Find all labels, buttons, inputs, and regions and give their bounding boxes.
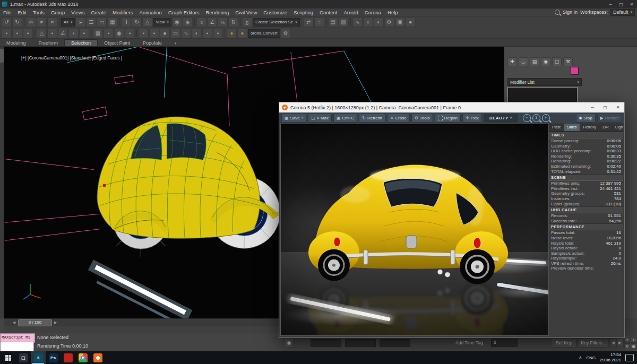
select-by-name-icon[interactable] xyxy=(86,18,96,27)
viewport-layout-tab[interactable] xyxy=(0,49,4,63)
bind-spacewarp-icon[interactable] xyxy=(47,18,57,27)
menu-scripting[interactable]: Scripting xyxy=(290,10,316,15)
tray-language[interactable]: ENG xyxy=(587,356,596,360)
clone-icon[interactable] xyxy=(93,29,103,38)
play-backwards-button[interactable]: ◀ xyxy=(609,339,617,347)
reference-coordsys-dropdown[interactable]: View xyxy=(153,18,171,27)
zoom-in-icon[interactable] xyxy=(542,114,550,122)
menu-civil-view[interactable]: Civil View xyxy=(232,10,260,15)
maximize-viewport-icon[interactable]: ▣ xyxy=(631,343,636,349)
timeline-right-arrow-icon[interactable]: ▶ xyxy=(53,320,58,325)
corona-maximize-button[interactable]: ▢ xyxy=(599,102,612,112)
rect-region-icon[interactable] xyxy=(97,18,107,27)
action-center-icon[interactable] xyxy=(625,354,634,361)
pan-icon[interactable]: ✛ xyxy=(624,337,630,343)
percent-snap-icon[interactable] xyxy=(218,18,228,27)
corona-settings-icon[interactable] xyxy=(281,29,291,38)
select-link-icon[interactable] xyxy=(26,18,36,27)
viewport-label[interactable]: [+] [CoronaCamera001] [Standard] [Edged … xyxy=(21,55,122,60)
menu-group[interactable]: Group xyxy=(48,10,68,15)
add-time-tag[interactable]: Add Time Tag xyxy=(455,340,483,345)
create-tab-icon[interactable] xyxy=(507,57,517,66)
z-coordinate-field[interactable] xyxy=(380,339,410,347)
scatter-icon[interactable] xyxy=(149,29,159,38)
corona-title-bar[interactable]: Corona 5 (Hotfix 2) | 1600×1280px (1:2) … xyxy=(279,102,624,112)
key-filters-button[interactable]: Key Filters... xyxy=(579,338,608,348)
schematic-view-icon[interactable] xyxy=(363,18,373,27)
close-button[interactable] xyxy=(626,0,637,8)
maximize-button[interactable] xyxy=(616,0,626,8)
helpers-icon[interactable] xyxy=(202,29,212,38)
ribbon-tab-modeling[interactable]: Modeling xyxy=(0,40,32,46)
menu-graph-editors[interactable]: Graph Editors xyxy=(165,10,203,15)
zoom-out-icon[interactable] xyxy=(523,114,531,122)
corona-teapot-icon[interactable] xyxy=(227,29,237,38)
use-pivot-icon[interactable] xyxy=(172,18,182,27)
menu-help[interactable]: Help xyxy=(384,10,401,15)
spinner-snap-icon[interactable] xyxy=(228,18,238,27)
selection-filter-dropdown[interactable]: All xyxy=(61,18,75,27)
camera-align-icon[interactable] xyxy=(125,29,135,38)
zoom-100-icon[interactable] xyxy=(532,114,540,122)
render-frame-icon[interactable] xyxy=(395,18,405,27)
edit-named-selections-icon[interactable] xyxy=(242,18,252,27)
corona-tab-lightmix[interactable]: LightMix xyxy=(612,124,623,131)
corona-save-button[interactable]: Save xyxy=(281,114,306,123)
measure-icon[interactable] xyxy=(58,29,68,38)
systems-icon[interactable] xyxy=(213,29,223,38)
x-coordinate-field[interactable] xyxy=(311,339,341,347)
menu-customize[interactable]: Customize xyxy=(260,10,290,15)
snap-toggle-icon[interactable] xyxy=(196,18,206,27)
render-view[interactable] xyxy=(280,124,549,336)
corona-region-button[interactable]: Region xyxy=(435,114,461,123)
ribbon-tab-populate[interactable]: Populate xyxy=(136,40,168,46)
axis-constraints-icon[interactable] xyxy=(12,29,22,38)
select-scale-icon[interactable] xyxy=(142,18,152,27)
corona-max-button[interactable]: > Max xyxy=(308,114,332,123)
ribbon-collapse-icon[interactable] xyxy=(168,40,183,46)
corona-minimize-button[interactable]: ─ xyxy=(586,102,599,112)
angle-snap-icon[interactable] xyxy=(207,18,217,27)
select-object-icon[interactable] xyxy=(75,18,85,27)
corona-erase-button[interactable]: Erase xyxy=(387,114,410,123)
normal-align-icon[interactable] xyxy=(104,29,114,38)
graphite-icon[interactable] xyxy=(37,29,47,38)
taskbar-app-photoshop[interactable]: Ps xyxy=(46,351,61,364)
geometry-icon[interactable] xyxy=(192,29,202,38)
menu-corona[interactable]: Corona xyxy=(361,10,384,15)
taskbar-app-corona[interactable] xyxy=(90,351,105,364)
menu-arnold[interactable]: Arnold xyxy=(340,10,361,15)
current-frame-field[interactable]: 0 xyxy=(491,339,518,347)
space-warp-icon[interactable] xyxy=(139,29,149,38)
mirror-icon[interactable] xyxy=(304,18,314,27)
corona-pick-button[interactable]: Pick xyxy=(462,114,482,123)
workspaces-dropdown[interactable]: Default xyxy=(610,9,635,16)
object-color-swatch[interactable] xyxy=(571,67,579,75)
layer-explorer-icon[interactable] xyxy=(339,18,349,27)
corona-tab-dr[interactable]: DR xyxy=(599,124,612,131)
taskbar-app-3dsmax[interactable]: 3 xyxy=(31,351,46,364)
play-button[interactable]: ▶ xyxy=(616,339,624,347)
menu-modifiers[interactable]: Modifiers xyxy=(109,10,136,15)
array-icon[interactable] xyxy=(68,29,79,38)
menu-animation[interactable]: Animation xyxy=(136,10,165,15)
taskbar-app-red[interactable] xyxy=(61,351,75,364)
start-button[interactable] xyxy=(0,351,16,364)
timeline-left-arrow-icon[interactable]: ◀ xyxy=(12,320,16,325)
spacing-icon[interactable] xyxy=(79,29,89,38)
selection-paint-icon[interactable] xyxy=(47,29,57,38)
layers-icon[interactable] xyxy=(23,29,33,38)
modifier-list-dropdown[interactable]: Modifier List xyxy=(507,78,582,86)
undo-icon[interactable] xyxy=(2,18,12,27)
light-icon[interactable] xyxy=(160,29,170,38)
set-key-button[interactable]: Set Key xyxy=(551,338,576,348)
ribbon-tab-object-paint[interactable]: Object Paint xyxy=(98,40,136,46)
named-selection-set-dropdown[interactable]: Create Selection Se xyxy=(253,18,300,27)
menu-content[interactable]: Content xyxy=(316,10,340,15)
ribbon-tab-freeform[interactable]: Freeform xyxy=(32,40,65,46)
menu-views[interactable]: Views xyxy=(68,10,88,15)
render-setup-icon[interactable] xyxy=(384,18,394,27)
corona-stop-button[interactable]: Stop xyxy=(576,114,595,123)
maxscript-mini-listener[interactable] xyxy=(0,342,34,352)
menu-edit[interactable]: Edit xyxy=(14,10,29,15)
